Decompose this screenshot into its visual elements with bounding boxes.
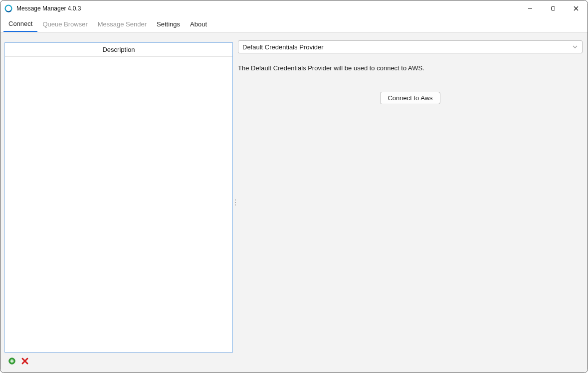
provider-info-text: The Default Credentials Provider will be… xyxy=(238,64,583,72)
delete-connection-button[interactable] xyxy=(20,358,29,367)
column-header-description[interactable]: Description xyxy=(5,43,232,57)
pane-splitter[interactable] xyxy=(233,32,238,373)
x-red-icon xyxy=(21,357,29,367)
tab-connect[interactable]: Connect xyxy=(3,16,37,32)
tab-queue-browser: Queue Browser xyxy=(37,16,92,32)
svg-rect-3 xyxy=(552,7,555,10)
connection-details-pane: Default Credentials Provider The Default… xyxy=(238,32,588,373)
credentials-provider-selected: Default Credentials Provider xyxy=(242,43,324,51)
grip-vertical-icon xyxy=(235,199,236,205)
tab-about[interactable]: About xyxy=(185,16,212,32)
window-title: Message Manager 4.0.3 xyxy=(16,5,81,12)
content-area: Description xyxy=(0,32,588,373)
connections-actions xyxy=(4,356,233,369)
window-close-button[interactable] xyxy=(565,0,588,16)
app-window: Message Manager 4.0.3 Connect Queue Brow… xyxy=(0,0,588,373)
credentials-provider-select[interactable]: Default Credentials Provider xyxy=(238,40,583,53)
tab-message-sender: Message Sender xyxy=(93,16,152,32)
tab-bar: Connect Queue Browser Message Sender Set… xyxy=(0,16,588,32)
tab-settings[interactable]: Settings xyxy=(152,16,185,32)
plus-circle-icon xyxy=(8,357,16,367)
app-icon xyxy=(4,4,12,12)
window-maximize-button[interactable] xyxy=(542,0,565,16)
window-controls xyxy=(519,0,588,16)
connect-to-aws-button[interactable]: Connect to Aws xyxy=(380,92,440,104)
chevron-down-icon xyxy=(572,44,578,50)
window-minimize-button[interactable] xyxy=(519,0,542,16)
connections-pane: Description xyxy=(0,32,233,373)
title-bar: Message Manager 4.0.3 xyxy=(0,0,588,16)
connections-table[interactable]: Description xyxy=(4,42,233,353)
add-connection-button[interactable] xyxy=(7,358,16,367)
